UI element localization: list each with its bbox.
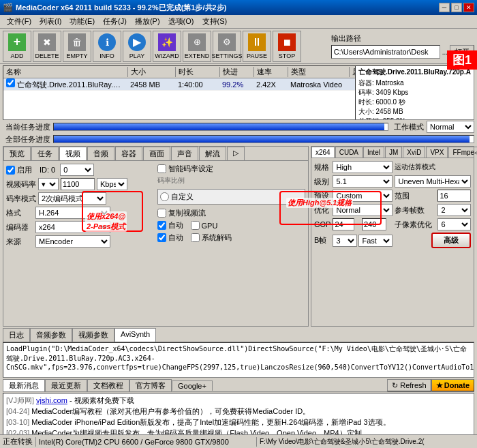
pause-button[interactable]: ⏸ PAUSE (243, 31, 271, 62)
news-tab-blog[interactable]: 官方博客 (129, 379, 172, 391)
info-label: INFO (99, 53, 114, 59)
gop-max-input[interactable] (362, 218, 386, 230)
menu-function[interactable]: 功能(E) (65, 15, 99, 28)
x264-tab-xvid[interactable]: XviD (403, 147, 425, 158)
delete-button[interactable]: ✖ DELETE (33, 31, 61, 62)
output-path-input[interactable] (331, 45, 440, 59)
level-select[interactable]: 5.1 (333, 175, 393, 188)
x264-tab-cuda[interactable]: CUDA (335, 147, 363, 158)
tab-sound[interactable]: 声音 (171, 147, 198, 160)
enable-checkbox[interactable] (6, 166, 15, 175)
radio-custom[interactable] (160, 192, 169, 201)
stop-button[interactable]: ⏹ STOP (273, 31, 301, 62)
maximize-button[interactable]: □ (451, 3, 462, 12)
log-tab-log[interactable]: 日志 (3, 328, 30, 342)
x264-tab-jm[interactable]: JM (385, 147, 402, 158)
bframes-row: 3 Fast (333, 233, 393, 248)
id-select[interactable]: 0 (60, 164, 94, 176)
settings-panel: 预览 任务 视频 音频 容器 画面 声音 解流 ▷ 启用 ID: 0 0 (3, 146, 309, 327)
tab-container[interactable]: 容器 (115, 147, 142, 160)
menu-list[interactable]: 列表(I) (35, 15, 65, 28)
empty-button[interactable]: 🗑 EMPTY (63, 31, 91, 62)
auto2-checkbox[interactable] (157, 233, 166, 242)
tab-task[interactable]: 任务 (31, 147, 59, 160)
info-button[interactable]: ℹ INFO (93, 31, 121, 62)
sys-decode-checkbox[interactable] (191, 233, 200, 242)
format-select[interactable]: H.264 (35, 207, 110, 219)
news-tab-google[interactable]: Google+ (172, 380, 213, 391)
subpel-select[interactable]: 6 (437, 218, 471, 230)
range-input[interactable] (437, 190, 471, 202)
col-header-type: 类型 (288, 67, 350, 77)
wizard-button[interactable]: ✨ WIZARD (153, 31, 181, 62)
tab-preview[interactable]: 预览 (3, 147, 31, 160)
tune-select[interactable]: Normal (333, 204, 393, 216)
extend-button[interactable]: ⊕ EXTEND (183, 31, 211, 62)
total-progress-label: 全部任务进度 (3, 134, 50, 145)
log-tab-audio[interactable]: 音频参数 (30, 328, 72, 342)
x264-panel: x264 CUDA Intel JM XviD VPX FFmpe◁ 规格 Hi… (311, 146, 474, 327)
refresh-button[interactable]: ↻ Refresh (387, 379, 431, 391)
gop-min-input[interactable] (333, 218, 354, 230)
tab-audio[interactable]: 音频 (87, 147, 114, 160)
news-tab-updates[interactable]: 最近更新 (45, 379, 87, 391)
bitrate-mode-icon[interactable]: ▾ (38, 178, 59, 190)
tab-video[interactable]: 视频 (59, 147, 87, 161)
gop-separator: ~ (356, 220, 360, 228)
log-tab-video[interactable]: 视频参数 (72, 328, 114, 342)
motion-select[interactable]: Uneven Multi-Hexag (395, 175, 471, 188)
log-tabs: 日志 音频参数 视频参数 AviSynth (3, 328, 474, 342)
menu-play[interactable]: 播放(P) (131, 15, 164, 28)
col-header-progress: 快进 (220, 67, 254, 77)
refs-select[interactable]: 2 (437, 204, 471, 216)
close-button[interactable]: ✕ (463, 3, 474, 12)
props-item: 时长: 6000.0 秒 (358, 98, 471, 107)
x264-tab-ffmpe[interactable]: FFmpe◁ (448, 147, 477, 158)
bitrate-unit-select[interactable]: Kbps (97, 178, 127, 190)
settings-button[interactable]: ⚙ SETTINGS (213, 31, 241, 62)
bitrate-mode-select[interactable]: 2次编码模式 (38, 192, 106, 205)
news-text-2: MediaCoder编写教程（派对其他用户有参考价值的），可免费获得MediaC… (31, 407, 310, 415)
preset-select[interactable]: Custom (333, 190, 393, 202)
radio-label[interactable]: 自定义 (160, 192, 303, 202)
bitrate-mode-row: 码率模式 2次编码模式 (6, 192, 155, 205)
smart-encode-checkbox[interactable] (157, 164, 166, 173)
motion-label: 运动估算模式 (395, 161, 435, 173)
news-link-1[interactable]: vjshi.com (36, 396, 67, 404)
tab-picture[interactable]: 画面 (143, 147, 170, 160)
gpu-label: GPU (202, 222, 218, 230)
log-tab-avisynth[interactable]: AviSynth (114, 328, 156, 342)
add-button[interactable]: + ADD (3, 31, 31, 62)
play-icon: ▶ (128, 33, 146, 51)
menu-options[interactable]: 选项(O) (164, 15, 198, 28)
encoder-select[interactable]: x264 (35, 221, 110, 233)
play-button[interactable]: ▶ PLAY (123, 31, 151, 62)
minimize-button[interactable]: ─ (439, 3, 450, 12)
auto-checkbox[interactable] (157, 221, 166, 230)
file-checkbox[interactable] (6, 78, 15, 87)
copy-video-checkbox[interactable] (157, 209, 166, 218)
menu-task[interactable]: 任务(J) (99, 15, 131, 28)
bframes-select[interactable]: 3 (333, 235, 357, 247)
extend-label: EXTEND (185, 53, 210, 59)
news-tab-docs[interactable]: 文档教程 (87, 379, 129, 391)
source-select[interactable]: MEncoder (35, 235, 110, 248)
x264-tab-intel[interactable]: Intel (363, 147, 384, 158)
radio-text: 自定义 (171, 192, 194, 202)
news-tab-latest[interactable]: 最新消息 (3, 379, 45, 391)
profile-select[interactable]: High (333, 161, 393, 173)
x264-tab-vpx[interactable]: VPX (426, 147, 448, 158)
tab-demux[interactable]: 解流 (199, 147, 226, 160)
menu-file[interactable]: 文件(F) (3, 15, 35, 28)
tab-more[interactable]: ▷ (227, 147, 245, 160)
menu-support[interactable]: 支持(S) (198, 15, 232, 28)
bframes-mode-select[interactable]: Fast (358, 235, 393, 247)
advanced-button[interactable]: 高级 (431, 233, 471, 248)
x264-tab-x264[interactable]: x264 (311, 147, 335, 158)
work-mode-select[interactable]: Normal (427, 121, 474, 133)
bitrate-input[interactable] (61, 178, 95, 190)
donate-button[interactable]: ★ Donate (431, 379, 474, 391)
log-content[interactable]: LoadPlugin("D:\MediaCoder_x64\codecs\Dir… (3, 342, 474, 378)
gpu-checkbox[interactable] (191, 221, 200, 230)
news-date-2: [04-24] (6, 407, 29, 415)
